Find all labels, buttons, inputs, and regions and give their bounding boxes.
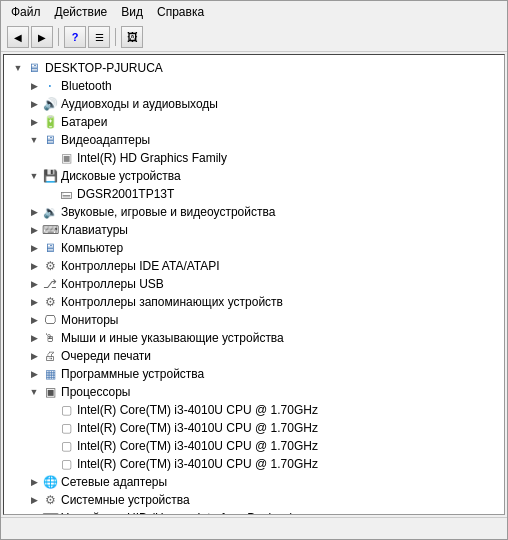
keyboard-label: Клавиатуры (61, 223, 128, 237)
disk-sub-expander (42, 186, 58, 202)
usb-expander[interactable]: ▶ (26, 276, 42, 292)
toolbar-separator-1 (58, 28, 59, 46)
audio-label: Аудиовходы и аудиовыходы (61, 97, 218, 111)
keyboard-expander[interactable]: ▶ (26, 222, 42, 238)
processors-expander[interactable]: ▼ (26, 384, 42, 400)
mouse-expander[interactable]: ▶ (26, 330, 42, 346)
tree-item-processors[interactable]: ▼ ▣ Процессоры (4, 383, 504, 401)
system-icon: ⚙ (42, 492, 58, 508)
display-expander[interactable]: ▼ (26, 132, 42, 148)
tree-item-ide[interactable]: ▶ ⚙ Контроллеры IDE ATA/ATAPI (4, 257, 504, 275)
printer-expander[interactable]: ▶ (26, 348, 42, 364)
bluetooth-icon: ⋅ (42, 78, 58, 94)
prog-icon: ▦ (42, 366, 58, 382)
storage-icon: ⚙ (42, 294, 58, 310)
tree-item-printer[interactable]: ▶ 🖨 Очереди печати (4, 347, 504, 365)
tree-item-display[interactable]: ▼ 🖥 Видеоадаптеры (4, 131, 504, 149)
root-icon: 🖥 (26, 60, 42, 76)
usb-label: Контроллеры USB (61, 277, 164, 291)
tree-item-graphics[interactable]: ▣ Intel(R) HD Graphics Family (4, 149, 504, 167)
device-tree: ▼ 🖥 DESKTOP-PJURUCA ▶ ⋅ Bluetooth ▶ 🔊 Ау… (4, 55, 504, 515)
graphics-label: Intel(R) HD Graphics Family (77, 151, 227, 165)
processors-label: Процессоры (61, 385, 131, 399)
prog-label: Программные устройства (61, 367, 204, 381)
tree-item-hid[interactable]: ▶ ⌨ Устройства HID (Human Interface Devi… (4, 509, 504, 515)
menu-view[interactable]: Вид (115, 3, 149, 21)
monitors-icon: 🖵 (42, 312, 58, 328)
help-button[interactable]: ? (64, 26, 86, 48)
monitors-expander[interactable]: ▶ (26, 312, 42, 328)
disk-label: Дисковые устройства (61, 169, 181, 183)
tree-item-sound[interactable]: ▶ 🔉 Звуковые, игровые и видеоустройства (4, 203, 504, 221)
bluetooth-expander[interactable]: ▶ (26, 78, 42, 94)
tree-item-disk[interactable]: ▼ 💾 Дисковые устройства (4, 167, 504, 185)
menu-action[interactable]: Действие (49, 3, 114, 21)
tree-item-cpu-4[interactable]: ▢ Intel(R) Core(TM) i3-4010U CPU @ 1.70G… (4, 455, 504, 473)
tree-item-keyboard[interactable]: ▶ ⌨ Клавиатуры (4, 221, 504, 239)
menubar: Файл Действие Вид Справка (1, 1, 507, 23)
battery-expander[interactable]: ▶ (26, 114, 42, 130)
storage-label: Контроллеры запоминающих устройств (61, 295, 283, 309)
tree-item-system[interactable]: ▶ ⚙ Системные устройства (4, 491, 504, 509)
properties-button[interactable]: ☰ (88, 26, 110, 48)
disk-icon: 💾 (42, 168, 58, 184)
storage-expander[interactable]: ▶ (26, 294, 42, 310)
menu-file[interactable]: Файл (5, 3, 47, 21)
cpu3-expander (42, 438, 58, 454)
cpu4-expander (42, 456, 58, 472)
ide-expander[interactable]: ▶ (26, 258, 42, 274)
hid-expander[interactable]: ▶ (26, 510, 42, 515)
tree-item-battery[interactable]: ▶ 🔋 Батареи (4, 113, 504, 131)
keyboard-icon: ⌨ (42, 222, 58, 238)
hid-label: Устройства HID (Human Interface Devices) (61, 511, 294, 515)
cpu1-icon: ▢ (58, 402, 74, 418)
monitor-button[interactable]: 🖼 (121, 26, 143, 48)
statusbar (1, 517, 507, 539)
printer-label: Очереди печати (61, 349, 151, 363)
tree-item-cpu-3[interactable]: ▢ Intel(R) Core(TM) i3-4010U CPU @ 1.70G… (4, 437, 504, 455)
cpu3-label: Intel(R) Core(TM) i3-4010U CPU @ 1.70GHz (77, 439, 318, 453)
monitors-label: Мониторы (61, 313, 118, 327)
computer-icon: 🖥 (42, 240, 58, 256)
tree-item-bluetooth[interactable]: ▶ ⋅ Bluetooth (4, 77, 504, 95)
display-icon: 🖥 (42, 132, 58, 148)
forward-button[interactable]: ▶ (31, 26, 53, 48)
disk-sub-icon: 🖴 (58, 186, 74, 202)
tree-item-usb[interactable]: ▶ ⎇ Контроллеры USB (4, 275, 504, 293)
tree-item-monitors[interactable]: ▶ 🖵 Мониторы (4, 311, 504, 329)
tree-item-cpu-1[interactable]: ▢ Intel(R) Core(TM) i3-4010U CPU @ 1.70G… (4, 401, 504, 419)
back-button[interactable]: ◀ (7, 26, 29, 48)
computer-expander[interactable]: ▶ (26, 240, 42, 256)
tree-item-storage[interactable]: ▶ ⚙ Контроллеры запоминающих устройств (4, 293, 504, 311)
tree-item-computer[interactable]: ▶ 🖥 Компьютер (4, 239, 504, 257)
ide-icon: ⚙ (42, 258, 58, 274)
toolbar: ◀ ▶ ? ☰ 🖼 (1, 23, 507, 52)
disk-expander[interactable]: ▼ (26, 168, 42, 184)
tree-item-prog[interactable]: ▶ ▦ Программные устройства (4, 365, 504, 383)
tree-root[interactable]: ▼ 🖥 DESKTOP-PJURUCA (4, 59, 504, 77)
mouse-icon: 🖱 (42, 330, 58, 346)
system-label: Системные устройства (61, 493, 190, 507)
ide-label: Контроллеры IDE ATA/ATAPI (61, 259, 220, 273)
tree-item-network[interactable]: ▶ 🌐 Сетевые адаптеры (4, 473, 504, 491)
root-expander[interactable]: ▼ (10, 60, 26, 76)
system-expander[interactable]: ▶ (26, 492, 42, 508)
network-icon: 🌐 (42, 474, 58, 490)
prog-expander[interactable]: ▶ (26, 366, 42, 382)
tree-item-audio[interactable]: ▶ 🔊 Аудиовходы и аудиовыходы (4, 95, 504, 113)
device-tree-container[interactable]: ▼ 🖥 DESKTOP-PJURUCA ▶ ⋅ Bluetooth ▶ 🔊 Ау… (3, 54, 505, 515)
processors-icon: ▣ (42, 384, 58, 400)
network-expander[interactable]: ▶ (26, 474, 42, 490)
menu-help[interactable]: Справка (151, 3, 210, 21)
cpu4-icon: ▢ (58, 456, 74, 472)
root-label: DESKTOP-PJURUCA (45, 61, 163, 75)
audio-expander[interactable]: ▶ (26, 96, 42, 112)
disk-sub-label: DGSR2001TP13T (77, 187, 174, 201)
tree-item-cpu-2[interactable]: ▢ Intel(R) Core(TM) i3-4010U CPU @ 1.70G… (4, 419, 504, 437)
bluetooth-label: Bluetooth (61, 79, 112, 93)
sound-expander[interactable]: ▶ (26, 204, 42, 220)
graphics-icon: ▣ (58, 150, 74, 166)
tree-item-disk-sub[interactable]: 🖴 DGSR2001TP13T (4, 185, 504, 203)
tree-item-mouse[interactable]: ▶ 🖱 Мыши и иные указывающие устройства (4, 329, 504, 347)
toolbar-separator-2 (115, 28, 116, 46)
